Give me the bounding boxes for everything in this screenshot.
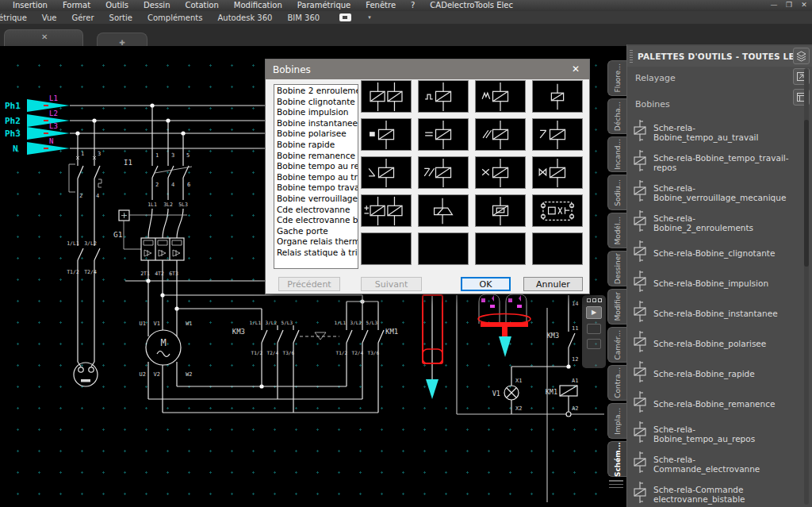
menu-item--[interactable]: ? — [411, 0, 415, 11]
list-item[interactable]: Cde electrovanne — [277, 205, 358, 216]
list-item[interactable]: Bobine tempo travail-repos — [277, 182, 358, 194]
palette-tab-contra-[interactable]: Contra... — [607, 365, 626, 401]
palette-item[interactable]: Sche-rela-Bobine_rapide — [632, 359, 794, 389]
palette-scrollbar[interactable] — [804, 68, 809, 505]
symbol-tile-clignotante[interactable] — [418, 80, 469, 113]
menu-item-insertion[interactable]: Insertion — [13, 0, 48, 11]
list-item[interactable]: Bobine polarisee — [277, 129, 358, 140]
list-item[interactable]: Bobine instantanee — [277, 118, 358, 129]
symbol-tile-2-enroulements[interactable] — [361, 80, 412, 113]
menu-item-fen-tre[interactable]: Fenêtre — [366, 0, 396, 11]
list-item[interactable]: Relais statique à triac — [277, 248, 358, 259]
ribbon-tab-compl-ments[interactable]: Compléments — [147, 13, 202, 22]
palette-tab-mod-l-[interactable]: Modél... — [607, 213, 626, 248]
ribbon-tab-bim-360[interactable]: BIM 360 — [287, 13, 320, 22]
list-item[interactable]: Bobine verrouillage mecanique — [277, 194, 358, 205]
play-icon[interactable]: ▶ — [586, 306, 602, 319]
drawing-file-tab[interactable]: ✕ — [4, 29, 83, 47]
chevron-down-icon[interactable]: ▾ — [368, 14, 371, 21]
nav-tool-icon[interactable] — [587, 339, 601, 349]
palette-item[interactable]: Sche-rela-Bobine_verrouillage_mecanique — [632, 178, 794, 208]
list-item[interactable]: Organe relais thermique — [277, 236, 358, 248]
palette-item[interactable]: Sche-rela-Bobine_instantanee — [632, 298, 794, 328]
ok-button[interactable]: OK — [461, 277, 511, 291]
list-item[interactable]: Cde electrovanne bistable — [277, 215, 358, 226]
menu-item-cadelectrotools-elec[interactable]: CADelectroTools Elec — [430, 0, 513, 11]
symbol-tile-tempo-repos[interactable] — [532, 118, 583, 151]
list-item[interactable]: Bobine 2 enroulements — [277, 86, 358, 97]
menu-item-format[interactable]: Format — [63, 0, 90, 11]
cancel-button[interactable]: Annuler — [523, 277, 583, 291]
scrollbar-thumb[interactable] — [804, 120, 809, 267]
palette-item[interactable]: Sche-rela-Bobine_tempo_au_travail — [632, 117, 794, 148]
ribbon-tab--trique[interactable]: étrique — [0, 13, 27, 22]
symbol-tile-verrouillage[interactable] — [475, 156, 526, 189]
list-item[interactable]: Bobine tempo au travail — [277, 172, 358, 183]
media-dropdown-icon[interactable] — [339, 13, 351, 21]
new-drawing-tab-button[interactable]: ✚ — [97, 33, 147, 47]
palette-tab-cam-r-[interactable]: Camér... — [607, 327, 626, 363]
palette-item[interactable]: Sche-rela-Bobine_impulsion — [632, 268, 794, 298]
list-item[interactable]: Gache porte — [277, 226, 358, 237]
highlighted-fuse[interactable] — [423, 294, 442, 399]
menu-item-dessin[interactable]: Dessin — [144, 0, 170, 11]
symbol-tile-instantanee[interactable] — [532, 80, 583, 113]
menu-item-outils[interactable]: Outils — [105, 0, 128, 11]
symbol-tile-thermique[interactable] — [475, 194, 526, 227]
ribbon-tab-g-rer[interactable]: Gérer — [71, 13, 94, 22]
symbol-tile-triac[interactable] — [532, 194, 583, 227]
list-item[interactable]: Bobine impulsion — [277, 107, 358, 118]
palette-item[interactable]: Sche-rela-Commande_electrovanne — [632, 449, 794, 479]
list-item[interactable]: Bobine remanence — [277, 151, 358, 162]
symbol-tile-rapide[interactable] — [418, 118, 469, 151]
restore-icon[interactable]: ❐ — [784, 0, 794, 10]
palette-item[interactable]: Sche-rela-Commande electrovanne_bistable — [632, 479, 794, 507]
symbol-tile-electrovanne[interactable] — [532, 156, 583, 189]
symbol-tile-bistable[interactable] — [361, 194, 412, 227]
palette-tab-fluore-[interactable]: Fluore... — [607, 60, 626, 96]
symbol-tile-travail-repos[interactable] — [418, 156, 469, 189]
menu-item-param-trique[interactable]: Paramétrique — [297, 0, 351, 11]
palette-item[interactable]: Sche-rela-Bobine_2_enroulements — [632, 208, 794, 238]
coil-listbox[interactable]: Bobine 2 enroulementsBobine clignotanteB… — [274, 84, 358, 269]
ribbon-tab-sortie[interactable]: Sortie — [109, 13, 132, 22]
menu-item-modification[interactable]: Modification — [234, 0, 282, 11]
palette-tab-modifier[interactable]: Modifier — [607, 289, 626, 325]
list-item[interactable]: Bobine tempo au repos — [277, 161, 358, 172]
close-icon[interactable]: ✕ — [799, 0, 809, 10]
symbol-tile-polarisee[interactable] — [361, 118, 412, 151]
palette-item[interactable]: Sche-rela-Bobine_polarisee — [632, 328, 794, 359]
palette-tab-d-cha-[interactable]: Décha... — [607, 98, 626, 134]
palette-item[interactable]: Sche-rela-Bobine_tempo_travail-repos — [632, 148, 794, 178]
ribbon-tab-vue[interactable]: Vue — [42, 13, 57, 22]
palette-tab-dessiner[interactable]: Dessiner — [607, 251, 626, 286]
palette-tab-sodiu-[interactable]: Sodiu... — [607, 175, 626, 210]
highlighted-terminal-block[interactable] — [478, 294, 530, 357]
list-item[interactable]: Bobine rapide — [277, 140, 358, 151]
palette-title-bar[interactable]: PALETTES D'OUTILS - TOUTES LE... — [627, 46, 812, 67]
grip-dots-icon[interactable] — [630, 50, 633, 63]
symbol-tile-remanence[interactable] — [475, 118, 526, 151]
previous-button[interactable]: Précédent — [278, 277, 340, 291]
palette-group-relayage[interactable]: Relayage — [635, 73, 676, 83]
palette-item[interactable]: Sche-rela-Bobine_remanence — [632, 389, 794, 419]
minimize-icon[interactable]: — — [769, 0, 779, 10]
palette-group-bobines[interactable]: Bobines — [635, 99, 670, 109]
symbol-tile-tempo-travail[interactable] — [361, 156, 412, 189]
tab-close-icon[interactable]: ✕ — [41, 33, 48, 41]
palette-tab-impla-[interactable]: Impla... — [607, 403, 626, 439]
palette-item[interactable]: Sche-rela-Bobine_tempo_au_repos — [632, 419, 794, 449]
palette-item[interactable]: Sche-rela-Bobine_clignotante — [632, 238, 794, 268]
symbol-tile-impulsion[interactable] — [475, 80, 526, 113]
palette-tab-incand-[interactable]: Incand... — [607, 136, 626, 172]
navigation-bar[interactable]: ▶ — [582, 295, 606, 368]
grip-handle-icon[interactable] — [609, 480, 623, 488]
dialog-close-icon[interactable]: ✕ — [562, 60, 589, 79]
nav-tool-icon[interactable] — [587, 324, 601, 334]
symbol-tile-gache-porte[interactable] — [418, 194, 469, 227]
next-button[interactable]: Suivant — [361, 277, 422, 291]
dialog-title-bar[interactable]: Bobines — [266, 60, 589, 79]
ribbon-tab-autodesk-360[interactable]: Autodesk 360 — [217, 13, 272, 22]
list-item[interactable]: Bobine clignotante — [277, 97, 358, 108]
layers-icon[interactable] — [793, 48, 810, 64]
